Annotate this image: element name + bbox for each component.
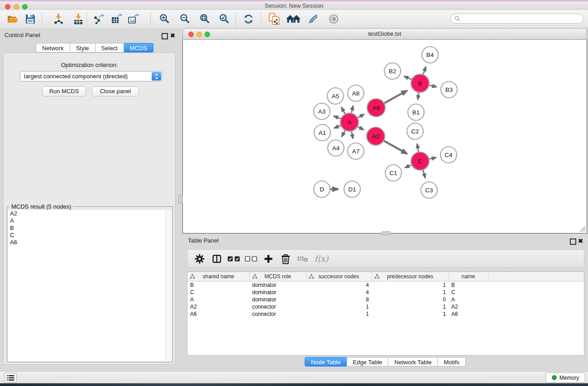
memory-button[interactable]: Memory: [545, 372, 585, 383]
column-header-predecessor-nodes[interactable]: predecessor nodes: [372, 272, 449, 281]
table-options-gear-icon[interactable]: [191, 252, 208, 266]
table-row[interactable]: Bdominator41B: [187, 281, 584, 289]
network-canvas[interactable]: B4 B2 B B3 B1 A5 A8 A6 A3 A A1 A4 A7: [182, 40, 587, 234]
network-from-clipboard-icon[interactable]: [266, 11, 282, 27]
graph-node-C2[interactable]: C2: [407, 123, 423, 139]
tab-mcds[interactable]: MCDS: [124, 43, 153, 52]
graph-edge-A-A1[interactable]: [334, 126, 340, 129]
graph-node-A1[interactable]: A1: [314, 124, 330, 141]
graph-node-B2[interactable]: B2: [384, 63, 401, 79]
network-minimize-traffic-light[interactable]: [196, 32, 202, 37]
table-row[interactable]: A6connector11A6: [187, 310, 584, 318]
tab-edge-table[interactable]: Edge Table: [347, 357, 388, 367]
table-panel-float-icon[interactable]: [570, 238, 576, 245]
show-column-icon[interactable]: [208, 252, 225, 266]
hide-labels-icon[interactable]: [305, 11, 321, 27]
result-list-item[interactable]: B: [8, 224, 172, 232]
table-row[interactable]: Cdominator41C: [187, 289, 584, 296]
graph-node-C4[interactable]: C4: [440, 147, 457, 163]
control-panel-close-icon[interactable]: ✖: [170, 33, 175, 39]
save-icon[interactable]: [22, 11, 38, 27]
minimize-traffic-light[interactable]: [14, 4, 19, 10]
mcds-result-list[interactable]: A2ABCA6: [8, 210, 172, 361]
graph-node-B4[interactable]: B4: [422, 47, 438, 63]
result-list-item[interactable]: A2: [8, 210, 172, 217]
graph-node-D1[interactable]: D1: [344, 181, 360, 197]
graph-edge-C-C1[interactable]: [405, 165, 411, 168]
import-table-icon[interactable]: [70, 11, 86, 27]
graph-edge-B-B4[interactable]: [423, 67, 426, 74]
graph-node-B1[interactable]: B1: [408, 104, 424, 120]
graph-edge-A-A6[interactable]: [358, 114, 364, 118]
node-table[interactable]: shared name MCDS role successor nodes pr…: [187, 272, 584, 356]
graph-edge-B-B2[interactable]: [404, 76, 411, 79]
split-divider-handle-vertical[interactable]: [178, 195, 183, 204]
show-graphics-details-eye-icon[interactable]: [325, 11, 342, 27]
search-field[interactable]: [450, 14, 583, 24]
delete-column-trash-icon[interactable]: [277, 252, 294, 266]
function-builder-icon[interactable]: f(x): [311, 252, 329, 266]
graph-edge-B-B3[interactable]: [430, 86, 437, 87]
zoom-selected-icon[interactable]: [216, 11, 233, 27]
search-input[interactable]: [460, 15, 583, 22]
import-network-icon[interactable]: [50, 11, 67, 27]
column-header-shared-name[interactable]: shared name: [187, 272, 249, 281]
graph-edge-A2-C[interactable]: [384, 141, 407, 154]
zoom-out-icon[interactable]: [177, 11, 193, 27]
graph-edge-A-A8[interactable]: [352, 105, 354, 113]
graph-node-C1[interactable]: C1: [385, 165, 402, 181]
export-network-icon[interactable]: [91, 11, 107, 27]
result-list-item[interactable]: A: [8, 217, 172, 224]
add-column-icon[interactable]: [260, 252, 277, 266]
graph-edge-A-A7[interactable]: [352, 132, 354, 139]
export-table-icon[interactable]: [109, 11, 125, 27]
graph-node-C[interactable]: C: [411, 152, 429, 170]
network-zoom-traffic-light[interactable]: [205, 32, 210, 37]
tab-network-table[interactable]: Network Table: [388, 357, 438, 367]
graph-edge-C-C4[interactable]: [430, 157, 436, 159]
zoom-fit-icon[interactable]: [197, 11, 213, 27]
result-list-item[interactable]: C: [8, 232, 172, 239]
graph-node-A5[interactable]: A5: [327, 88, 344, 104]
home-icon[interactable]: [285, 11, 301, 27]
graph-edge-A6-B[interactable]: [384, 91, 407, 103]
open-folder-icon[interactable]: [5, 11, 21, 27]
graph-node-B3[interactable]: B3: [441, 81, 457, 98]
table-panel-close-icon[interactable]: ✖: [578, 238, 583, 244]
graph-node-A6[interactable]: A6: [367, 99, 385, 117]
task-history-button[interactable]: [5, 373, 17, 382]
export-image-icon[interactable]: [125, 11, 142, 27]
column-header-name[interactable]: name: [449, 272, 488, 281]
tab-motifs[interactable]: Motifs: [438, 357, 466, 367]
graph-node-A3[interactable]: A3: [314, 103, 330, 119]
graph-node-A7[interactable]: A7: [348, 143, 364, 159]
tab-style[interactable]: Style: [70, 43, 96, 52]
criterion-select[interactable]: largest connected component (directed): [20, 71, 162, 81]
table-row[interactable]: A2connector11A2: [187, 303, 584, 310]
tab-select[interactable]: Select: [96, 43, 124, 52]
graph-node-D[interactable]: D: [314, 181, 330, 197]
graph-edge-C-C2[interactable]: [417, 144, 419, 152]
graph-edge-A-A3[interactable]: [334, 116, 340, 119]
graph-node-A2[interactable]: A2: [367, 127, 385, 145]
table-row[interactable]: Adominator80A: [187, 296, 584, 303]
graph-edge-C-C3[interactable]: [423, 170, 425, 178]
column-header-successor-nodes[interactable]: successor nodes: [306, 272, 372, 281]
tab-node-table[interactable]: Node Table: [305, 357, 347, 367]
graph-node-B[interactable]: B: [411, 74, 429, 92]
graph-node-C3[interactable]: C3: [421, 182, 437, 198]
split-divider-handle-horizontal[interactable]: [382, 231, 391, 235]
run-mcds-button[interactable]: Run MCDS: [42, 86, 86, 96]
graph-edge-B-B1[interactable]: [418, 93, 419, 100]
deselect-all-rows-icon[interactable]: [243, 252, 260, 266]
graph-node-A[interactable]: A: [340, 113, 359, 131]
network-close-traffic-light[interactable]: [188, 32, 194, 37]
column-header-mcds-role[interactable]: MCDS role: [249, 272, 306, 281]
graph-edge-A-A4[interactable]: [342, 131, 345, 137]
close-traffic-light[interactable]: [5, 4, 10, 10]
zoom-traffic-light[interactable]: [22, 4, 28, 10]
graph-node-A8[interactable]: A8: [348, 85, 364, 101]
select-all-rows-icon[interactable]: [225, 252, 243, 266]
apply-layout-refresh-icon[interactable]: [240, 11, 257, 27]
graph-edge-A-A2[interactable]: [358, 127, 364, 130]
